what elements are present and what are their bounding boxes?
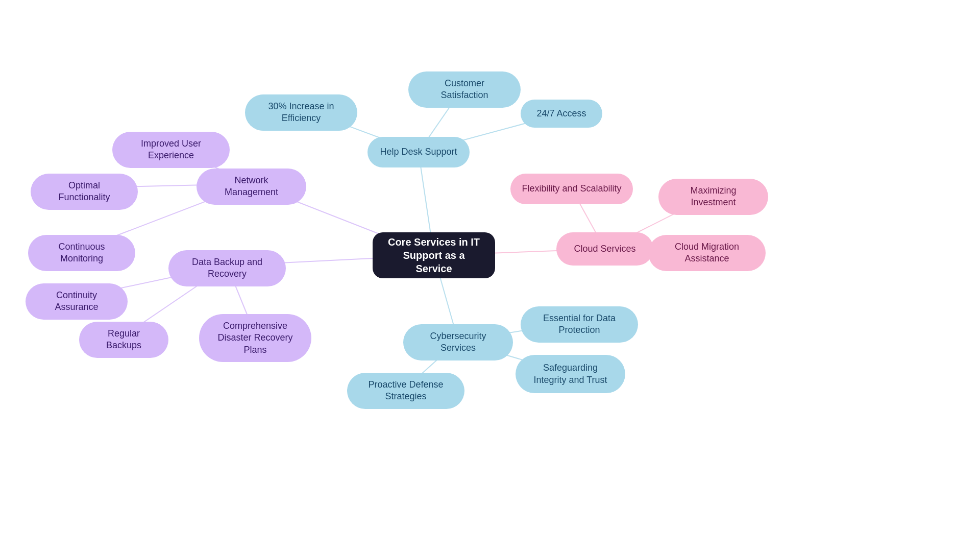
- node-helpDesk: Help Desk Support: [368, 137, 470, 167]
- node-networkMgmt: Network Management: [197, 169, 306, 205]
- node-dataBackup: Data Backup and Recovery: [168, 250, 286, 286]
- node-proactiveDefense: Proactive Defense Strategies: [347, 373, 464, 409]
- node-improvedUX: Improved User Experience: [112, 132, 230, 168]
- node-essentialData: Essential for Data Protection: [521, 306, 638, 343]
- node-safeguarding: Safeguarding Integrity and Trust: [516, 355, 625, 393]
- node-continuityAssurance: Continuity Assurance: [26, 283, 128, 320]
- node-optimalFunc: Optimal Functionality: [31, 174, 138, 210]
- node-cloudServices: Cloud Services: [556, 232, 653, 266]
- node-maxInvestment: Maximizing Investment: [658, 179, 768, 215]
- node-efficiency: 30% Increase in Efficiency: [245, 94, 357, 131]
- node-cyberSecurity: Cybersecurity Services: [403, 324, 513, 360]
- node-access247: 24/7 Access: [521, 100, 602, 128]
- node-regularBackups: Regular Backups: [79, 322, 168, 358]
- node-disasterRecovery: Comprehensive Disaster Recovery Plans: [199, 314, 311, 362]
- node-flexScalability: Flexibility and Scalability: [510, 174, 633, 204]
- node-center: Core Services in IT Support as a Service: [373, 232, 495, 278]
- node-customerSatisfaction: Customer Satisfaction: [408, 71, 521, 108]
- node-cloudMigration: Cloud Migration Assistance: [648, 235, 766, 271]
- node-contMonitoring: Continuous Monitoring: [28, 235, 135, 271]
